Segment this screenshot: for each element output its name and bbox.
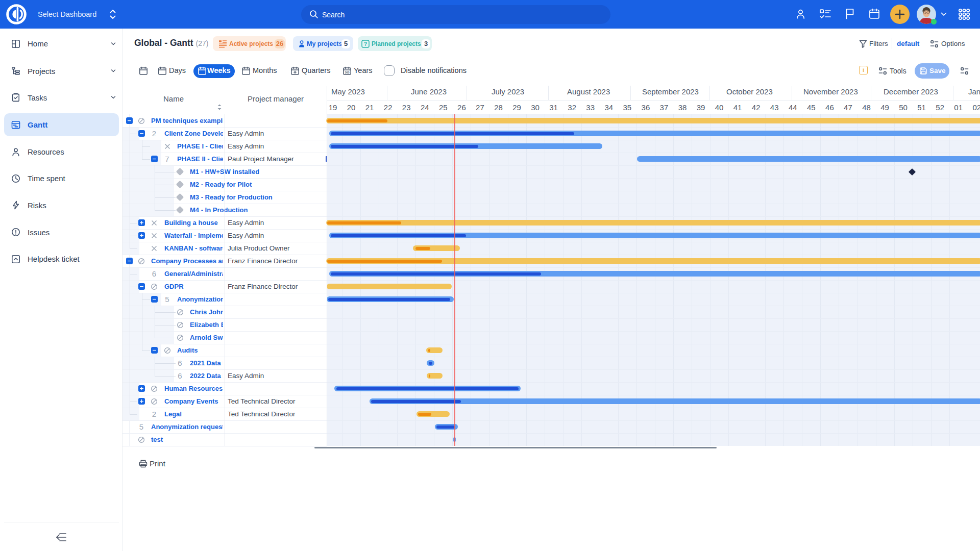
svg-text:365: 365 bbox=[345, 71, 349, 74]
svg-text:?: ? bbox=[364, 41, 367, 46]
